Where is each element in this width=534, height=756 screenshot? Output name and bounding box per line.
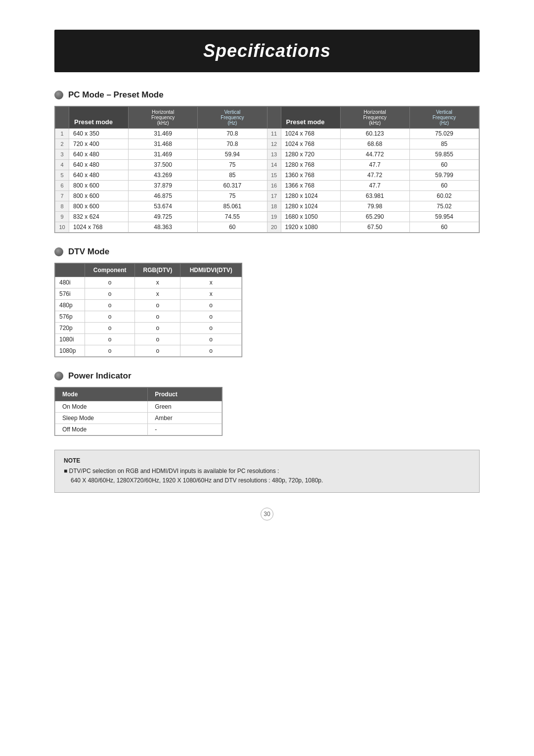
dtv-rgb-cell: o bbox=[135, 334, 180, 345]
pc-num-left: 3 bbox=[55, 149, 69, 160]
dtv-mode-cell: 576p bbox=[55, 311, 85, 323]
pc-col-hfreq-left: Horizontal Frequency (kHz) bbox=[129, 107, 198, 129]
dtv-rgb-cell: o bbox=[135, 323, 180, 334]
pc-vfreq-left: 75 bbox=[198, 191, 267, 201]
dtv-col-rgb: RGB(DTV) bbox=[135, 264, 180, 277]
pc-preset-right: 1360 x 768 bbox=[281, 170, 340, 181]
pc-hfreq-right: 79.98 bbox=[340, 201, 409, 212]
pc-preset-right: 1280 x 768 bbox=[281, 160, 340, 170]
note-text: ■ DTV/PC selection on RGB and HDMI/DVI i… bbox=[64, 467, 470, 485]
pc-col-vfreq-left: Vertical Frequency (Hz) bbox=[198, 107, 267, 129]
table-row: 10 1024 x 768 48.363 60 20 1920 x 1080 6… bbox=[55, 222, 479, 233]
pc-vfreq-left: 60.317 bbox=[198, 181, 267, 191]
pc-preset-left: 640 x 480 bbox=[69, 149, 129, 160]
pc-vfreq-right: 60 bbox=[409, 181, 479, 191]
pc-vfreq-left: 60 bbox=[198, 222, 267, 233]
pc-hfreq-right: 67.50 bbox=[340, 222, 409, 233]
table-row: Sleep Mode Amber bbox=[55, 413, 222, 424]
table-row: 720p o o o bbox=[55, 323, 242, 334]
power-indicator-title: Power Indicator bbox=[68, 371, 132, 381]
power-mode-cell: On Mode bbox=[55, 401, 148, 413]
dtv-component-cell: o bbox=[85, 300, 135, 311]
dtv-mode-section-header: DTV Mode bbox=[54, 247, 480, 257]
pc-mode-table-wrapper: Preset mode Horizontal Frequency (kHz) V… bbox=[54, 106, 480, 233]
pc-hfreq-right: 60.123 bbox=[340, 129, 409, 139]
dtv-hdmi-cell: o bbox=[180, 311, 242, 323]
pc-vfreq-right: 75.029 bbox=[409, 129, 479, 139]
table-row: 2 720 x 400 31.468 70.8 12 1024 x 768 68… bbox=[55, 139, 479, 149]
pc-preset-left: 800 x 600 bbox=[69, 201, 129, 212]
pc-num-right: 17 bbox=[267, 191, 281, 201]
pc-hfreq-left: 46.875 bbox=[129, 191, 198, 201]
power-indicator-table: Mode Product On Mode Green Sleep Mode Am… bbox=[55, 387, 222, 435]
table-row: 480p o o o bbox=[55, 300, 242, 311]
dtv-hdmi-cell: x bbox=[180, 277, 242, 288]
pc-vfreq-left: 59.94 bbox=[198, 149, 267, 160]
pc-num-left: 10 bbox=[55, 222, 69, 233]
note-text-line1: DTV/PC selection on RGB and HDMI/DVI inp… bbox=[69, 468, 279, 474]
pc-num-left: 7 bbox=[55, 191, 69, 201]
dtv-rgb-cell: x bbox=[135, 288, 180, 300]
pc-num-left: 6 bbox=[55, 181, 69, 191]
pc-num-right: 15 bbox=[267, 170, 281, 181]
page-number: 30 bbox=[261, 508, 273, 520]
pc-vfreq-right: 59.799 bbox=[409, 170, 479, 181]
dtv-mode-title: DTV Mode bbox=[68, 247, 109, 257]
pc-preset-left: 800 x 600 bbox=[69, 181, 129, 191]
page-title: Specifications bbox=[54, 41, 480, 61]
power-col-product: Product bbox=[148, 388, 222, 401]
dtv-rgb-cell: o bbox=[135, 311, 180, 323]
pc-mode-dot bbox=[54, 91, 63, 99]
pc-mode-title: PC Mode – Preset Mode bbox=[68, 90, 164, 100]
power-indicator-dot bbox=[54, 372, 63, 380]
power-indicator-table-wrapper: Mode Product On Mode Green Sleep Mode Am… bbox=[54, 387, 222, 436]
pc-preset-right: 1024 x 768 bbox=[281, 129, 340, 139]
pc-preset-left: 640 x 350 bbox=[69, 129, 129, 139]
dtv-mode-cell: 1080p bbox=[55, 345, 85, 357]
pc-col-preset-right: Preset mode bbox=[281, 107, 340, 129]
pc-col-preset-left: Preset mode bbox=[69, 107, 129, 129]
pc-vfreq-right: 59.954 bbox=[409, 212, 479, 222]
pc-num-left: 1 bbox=[55, 129, 69, 139]
dtv-mode-cell: 480p bbox=[55, 300, 85, 311]
pc-preset-left: 720 x 400 bbox=[69, 139, 129, 149]
dtv-rgb-cell: o bbox=[135, 300, 180, 311]
pc-preset-left: 640 x 480 bbox=[69, 160, 129, 170]
table-row: 7 800 x 600 46.875 75 17 1280 x 1024 63.… bbox=[55, 191, 479, 201]
pc-num-left: 5 bbox=[55, 170, 69, 181]
pc-preset-left: 832 x 624 bbox=[69, 212, 129, 222]
pc-preset-right: 1280 x 720 bbox=[281, 149, 340, 160]
table-row: 4 640 x 480 37.500 75 14 1280 x 768 47.7… bbox=[55, 160, 479, 170]
pc-mode-section-header: PC Mode – Preset Mode bbox=[54, 90, 480, 100]
dtv-component-cell: o bbox=[85, 277, 135, 288]
pc-hfreq-left: 37.500 bbox=[129, 160, 198, 170]
pc-preset-left: 640 x 480 bbox=[69, 170, 129, 181]
dtv-component-cell: o bbox=[85, 334, 135, 345]
table-row: 1080i o o o bbox=[55, 334, 242, 345]
pc-num-right: 19 bbox=[267, 212, 281, 222]
power-indicator-section-header: Power Indicator bbox=[54, 371, 480, 381]
note-box: NOTE ■ DTV/PC selection on RGB and HDMI/… bbox=[54, 450, 480, 493]
dtv-mode-table-wrapper: Component RGB(DTV) HDMI/DVI(DTV) 480i o … bbox=[54, 263, 242, 357]
pc-num-right: 12 bbox=[267, 139, 281, 149]
pc-hfreq-right: 47.7 bbox=[340, 160, 409, 170]
table-row: 6 800 x 600 37.879 60.317 16 1366 x 768 … bbox=[55, 181, 479, 191]
pc-mode-table: Preset mode Horizontal Frequency (kHz) V… bbox=[55, 106, 479, 233]
pc-col-num-right bbox=[267, 107, 281, 129]
power-product-cell: - bbox=[148, 424, 222, 435]
pc-hfreq-left: 37.879 bbox=[129, 181, 198, 191]
pc-hfreq-left: 31.469 bbox=[129, 149, 198, 160]
table-row: 5 640 x 480 43.269 85 15 1360 x 768 47.7… bbox=[55, 170, 479, 181]
pc-vfreq-right: 60 bbox=[409, 222, 479, 233]
pc-num-left: 2 bbox=[55, 139, 69, 149]
table-row: 8 800 x 600 53.674 85.061 18 1280 x 1024… bbox=[55, 201, 479, 212]
note-bullet: ■ bbox=[64, 468, 67, 474]
page-number-area: 30 bbox=[54, 508, 480, 520]
dtv-col-component: Component bbox=[85, 264, 135, 277]
dtv-component-cell: o bbox=[85, 345, 135, 357]
dtv-hdmi-cell: x bbox=[180, 288, 242, 300]
pc-hfreq-right: 63.981 bbox=[340, 191, 409, 201]
pc-num-right: 14 bbox=[267, 160, 281, 170]
pc-vfreq-left: 85 bbox=[198, 170, 267, 181]
pc-num-right: 11 bbox=[267, 129, 281, 139]
